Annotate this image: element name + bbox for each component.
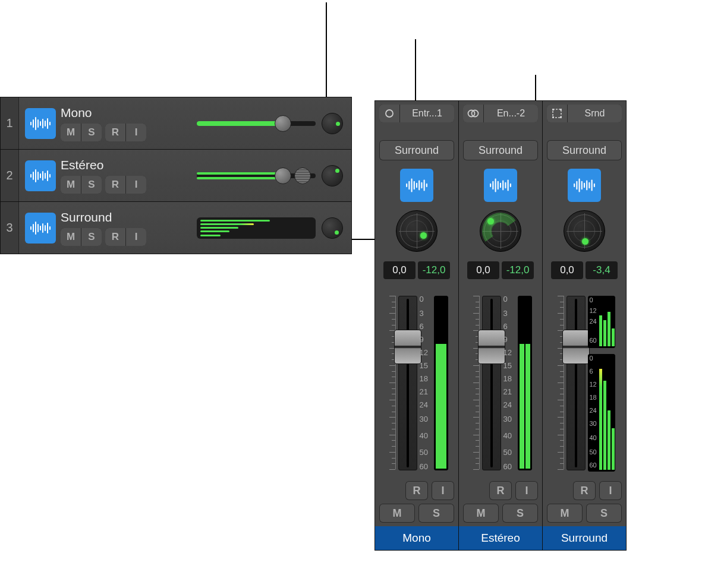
db-value[interactable]: -12,0	[418, 261, 450, 279]
channel-name[interactable]: Surround	[543, 526, 626, 550]
input-monitor-button[interactable]: I	[515, 481, 538, 500]
mute-button[interactable]: M	[547, 504, 583, 523]
svg-rect-51	[552, 116, 554, 118]
record-button[interactable]: R	[573, 481, 596, 500]
channel-name[interactable]: Estéreo	[459, 526, 542, 550]
input-monitor-button[interactable]: I	[126, 228, 146, 246]
input-monitor-button[interactable]: I	[599, 481, 622, 500]
solo-button[interactable]: S	[81, 124, 102, 141]
surround-panner[interactable]	[564, 210, 605, 252]
track-number: 2	[1, 150, 19, 201]
mono-format-icon[interactable]	[379, 105, 400, 122]
input-label: En...-2	[484, 105, 538, 122]
mute-solo-group: M S	[61, 176, 102, 194]
record-button[interactable]: R	[489, 481, 512, 500]
stereo-format-icon[interactable]	[463, 105, 484, 122]
track-row[interactable]: 3 Surround M S R I	[1, 202, 351, 254]
track-body: Surround M S R I	[61, 210, 193, 246]
svg-rect-48	[553, 109, 561, 118]
record-input-group: R I	[105, 176, 146, 194]
mute-solo-row: M S	[547, 504, 622, 523]
audio-wave-icon	[25, 160, 56, 191]
surround-level-meter: 0 12 24 60 0 6 12 18 24 30 40	[588, 296, 615, 472]
mute-button[interactable]: M	[61, 176, 81, 194]
track-name: Surround	[61, 210, 193, 225]
volume-fader[interactable]	[566, 296, 586, 470]
audio-wave-icon	[400, 169, 433, 202]
input-selector[interactable]: Entr...1	[379, 105, 454, 122]
output-selector[interactable]: Surround	[463, 140, 538, 160]
svg-rect-49	[552, 109, 554, 110]
audio-wave-icon	[25, 108, 56, 139]
solo-button[interactable]: S	[418, 504, 454, 523]
volume-fader[interactable]	[482, 296, 501, 470]
record-button[interactable]: R	[405, 481, 428, 500]
input-label: Entr...1	[400, 105, 454, 122]
pan-value[interactable]: 0,0	[467, 261, 499, 279]
readout-row: 0,0 -12,0	[383, 261, 450, 279]
channel-strip-mono: Entr...1 Surround 0,0 -12,0 0 3 6 9	[375, 101, 459, 550]
mute-button[interactable]: M	[379, 504, 415, 523]
output-selector[interactable]: Surround	[547, 140, 622, 160]
channel-strip-stereo: En...-2 Surround 0,0 -12,0 0 3 6	[459, 101, 543, 550]
solo-button[interactable]: S	[502, 504, 538, 523]
pan-value[interactable]: 0,0	[383, 261, 416, 279]
tracks-panel: 1 Mono M S R I	[0, 97, 352, 254]
record-button[interactable]: R	[105, 228, 126, 246]
readout-row: 0,0 -3,4	[551, 261, 618, 279]
track-name: Estéreo	[61, 158, 193, 172]
surround-panner-knob[interactable]	[322, 217, 343, 239]
input-monitor-button[interactable]: I	[432, 481, 454, 500]
db-value[interactable]: -12,0	[502, 261, 534, 279]
record-input-row: R I	[463, 481, 538, 500]
input-selector[interactable]: Srnd	[547, 105, 622, 122]
mute-solo-row: M S	[379, 504, 454, 523]
record-input-group: R I	[105, 124, 146, 141]
channel-strip-surround: Srnd Surround 0,0 -3,4 0 12 24	[543, 101, 626, 550]
input-monitor-button[interactable]: I	[126, 124, 146, 141]
volume-fader[interactable]	[398, 296, 417, 470]
input-monitor-button[interactable]: I	[126, 176, 146, 194]
channel-name[interactable]: Mono	[375, 526, 458, 550]
mute-solo-group: M S	[61, 228, 102, 246]
output-selector[interactable]: Surround	[379, 140, 454, 160]
mute-button[interactable]: M	[61, 124, 81, 141]
mute-solo-row: M S	[463, 504, 538, 523]
level-meter	[518, 296, 532, 470]
mute-button[interactable]: M	[463, 504, 499, 523]
pan-value[interactable]: 0,0	[551, 261, 583, 279]
solo-button[interactable]: S	[586, 504, 622, 523]
surround-panner[interactable]	[480, 210, 521, 252]
readout-row: 0,0 -12,0	[467, 261, 534, 279]
db-value[interactable]: -3,4	[586, 261, 618, 279]
track-row[interactable]: 1 Mono M S R I	[1, 97, 351, 150]
surround-panner[interactable]	[396, 210, 438, 252]
record-button[interactable]: R	[105, 124, 126, 141]
track-number: 3	[1, 202, 19, 254]
volume-slider[interactable]	[197, 116, 316, 131]
svg-rect-52	[560, 116, 562, 118]
svg-rect-50	[560, 109, 562, 110]
mute-button[interactable]: M	[61, 228, 81, 246]
level-meter	[434, 296, 448, 470]
track-body: Estéreo M S R I	[61, 158, 193, 194]
pan-knob[interactable]	[322, 113, 343, 134]
input-selector[interactable]: En...-2	[463, 105, 538, 122]
mixer-panel: Entr...1 Surround 0,0 -12,0 0 3 6 9	[374, 100, 627, 551]
scale-numbers: 0 3 6 9 12 15 18 21 24 30 40 50 60	[420, 296, 432, 469]
record-input-row: R I	[547, 481, 622, 500]
solo-button[interactable]: S	[81, 176, 102, 194]
surround-format-icon[interactable]	[547, 105, 568, 122]
audio-wave-icon	[25, 213, 56, 244]
audio-wave-icon	[484, 169, 517, 202]
record-button[interactable]: R	[105, 176, 126, 194]
surround-mini-meter[interactable]	[197, 217, 316, 239]
pan-knob[interactable]	[322, 165, 343, 186]
fader-scale-left	[470, 296, 480, 469]
record-input-group: R I	[105, 228, 146, 246]
track-body: Mono M S R I	[61, 106, 193, 141]
fader-scale-left	[386, 296, 396, 469]
solo-button[interactable]: S	[81, 228, 102, 246]
track-name: Mono	[61, 106, 193, 120]
input-label: Srnd	[568, 105, 622, 122]
